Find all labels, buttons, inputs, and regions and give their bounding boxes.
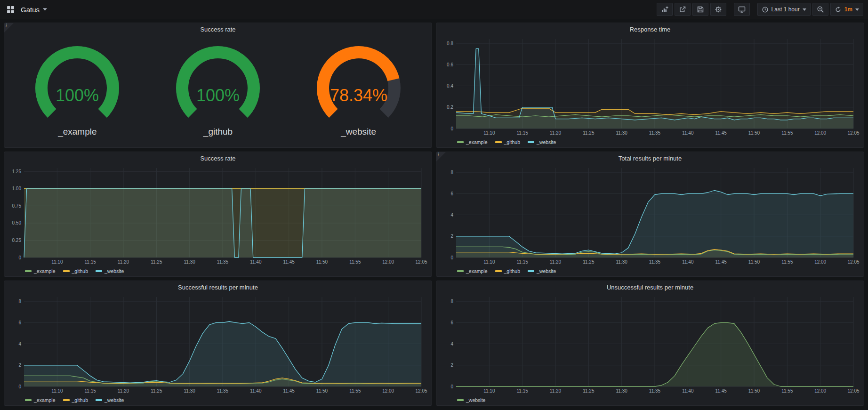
refresh-button[interactable]: 1m	[830, 3, 863, 16]
svg-text:4: 4	[18, 341, 21, 346]
add-panel-button[interactable]	[657, 3, 673, 16]
legend-item[interactable]: _website	[96, 268, 124, 274]
svg-text:11:15: 11:15	[85, 388, 96, 394]
legend-series-swatch	[25, 270, 32, 272]
settings-button[interactable]	[710, 3, 726, 16]
svg-text:11:35: 11:35	[217, 259, 229, 265]
legend-series-swatch	[528, 141, 534, 143]
successful-results-chart[interactable]: 11:1011:1511:2011:2511:3011:3511:4011:45…	[6, 293, 430, 395]
gauge-arc: 100%	[16, 43, 138, 126]
svg-text:0.6: 0.6	[447, 62, 453, 67]
svg-text:100%: 100%	[196, 86, 240, 105]
svg-text:11:35: 11:35	[649, 388, 661, 394]
legend-series-swatch	[528, 270, 534, 272]
svg-text:11:10: 11:10	[51, 259, 63, 265]
legend-item[interactable]: _website	[528, 268, 556, 274]
svg-text:11:55: 11:55	[349, 388, 361, 394]
legend-series-swatch	[63, 270, 70, 272]
legend-item[interactable]: _github	[495, 268, 520, 274]
legend: _example_github_website	[4, 266, 432, 276]
tv-mode-button[interactable]	[734, 3, 750, 16]
time-range-button[interactable]: Last 1 hour	[757, 3, 811, 16]
panel-title[interactable]: Success rate	[4, 152, 432, 164]
svg-text:11:15: 11:15	[517, 388, 529, 394]
dashboard-grid-button[interactable]	[6, 5, 16, 15]
svg-text:0.8: 0.8	[447, 41, 453, 46]
legend-item[interactable]: _website	[457, 397, 485, 403]
svg-text:11:50: 11:50	[748, 130, 760, 136]
legend-series-swatch	[96, 399, 102, 401]
svg-text:11:20: 11:20	[118, 259, 129, 265]
panel-title[interactable]: Success rate	[4, 23, 432, 35]
panel-title[interactable]: Total results per minute	[436, 152, 864, 164]
svg-text:12:05: 12:05	[847, 130, 859, 136]
svg-text:11:20: 11:20	[550, 130, 562, 136]
svg-text:11:35: 11:35	[217, 388, 229, 394]
success-rate-chart[interactable]: 11:1011:1511:2011:2511:3011:3511:4011:45…	[6, 164, 430, 266]
svg-text:2: 2	[450, 362, 453, 368]
svg-text:8: 8	[450, 299, 453, 304]
panel-title[interactable]: Successful results per minute	[4, 281, 432, 293]
zoom-out-button[interactable]	[812, 3, 828, 16]
legend-item[interactable]: _example	[457, 139, 488, 145]
svg-text:2: 2	[450, 233, 453, 239]
share-button[interactable]	[675, 3, 691, 16]
legend-item[interactable]: _example	[25, 397, 56, 403]
dashboard-title-button[interactable]: Gatus	[20, 4, 48, 16]
legend-series-swatch	[25, 399, 32, 401]
svg-text:11:40: 11:40	[250, 259, 262, 265]
gauge-github: 100% _github	[157, 43, 279, 137]
svg-text:11:50: 11:50	[748, 259, 760, 265]
legend-series-name: _github	[72, 397, 88, 403]
save-button[interactable]	[692, 3, 708, 16]
response-time-chart[interactable]: 11:1011:1511:2011:2511:3011:3511:4011:45…	[438, 35, 862, 137]
legend-item[interactable]: _github	[63, 268, 88, 274]
panel-info-icon[interactable]: i	[4, 23, 14, 32]
legend-series-swatch	[96, 270, 102, 272]
legend-series-name: _example	[466, 139, 488, 145]
legend-item[interactable]: _github	[495, 139, 520, 145]
svg-text:12:00: 12:00	[814, 259, 826, 265]
svg-text:11:30: 11:30	[184, 388, 196, 394]
svg-text:8: 8	[18, 299, 21, 304]
svg-text:11:50: 11:50	[316, 388, 328, 394]
refresh-interval-label: 1m	[844, 6, 852, 13]
svg-text:11:25: 11:25	[583, 388, 595, 394]
panel-info-icon[interactable]: i	[436, 152, 446, 161]
zoom-out-icon	[817, 6, 824, 13]
svg-text:11:40: 11:40	[682, 259, 694, 265]
svg-text:11:40: 11:40	[682, 388, 694, 394]
panel-success-rate-series: Success rate 11:1011:1511:2011:2511:3011…	[4, 152, 432, 277]
refresh-icon	[835, 6, 842, 13]
legend-item[interactable]: _example	[25, 268, 56, 274]
svg-text:11:10: 11:10	[51, 388, 63, 394]
gauge-arc: 78.34%	[297, 43, 420, 126]
svg-text:12:00: 12:00	[814, 130, 826, 136]
gauge-arc: 100%	[157, 43, 279, 126]
svg-text:0.50: 0.50	[12, 220, 22, 225]
svg-text:11:55: 11:55	[349, 259, 361, 265]
legend-series-name: _website	[104, 268, 124, 274]
gauge-label: _github	[203, 127, 233, 137]
clock-icon	[762, 6, 769, 13]
svg-text:11:25: 11:25	[583, 130, 595, 136]
legend-item[interactable]: _example	[457, 268, 488, 274]
panel-title[interactable]: Response time	[436, 23, 864, 35]
legend-series-swatch	[457, 141, 464, 143]
svg-text:11:55: 11:55	[781, 130, 793, 136]
svg-text:11:20: 11:20	[550, 259, 562, 265]
svg-text:11:50: 11:50	[316, 259, 328, 265]
svg-text:11:45: 11:45	[715, 130, 727, 136]
total-results-chart[interactable]: 11:1011:1511:2011:2511:3011:3511:4011:45…	[438, 164, 862, 266]
panel-successful-results: Successful results per minute 11:1011:15…	[4, 281, 432, 406]
legend-item[interactable]: _website	[96, 397, 124, 403]
svg-text:11:25: 11:25	[583, 259, 595, 265]
unsuccessful-results-chart[interactable]: 11:1011:1511:2011:2511:3011:3511:4011:45…	[438, 293, 862, 395]
panel-title[interactable]: Unsuccessful results per minute	[436, 281, 864, 293]
legend-series-name: _website	[104, 397, 124, 403]
legend-item[interactable]: _github	[63, 397, 88, 403]
svg-text:0: 0	[450, 255, 453, 260]
svg-text:0: 0	[18, 255, 21, 260]
legend-item[interactable]: _website	[528, 139, 556, 145]
svg-text:11:30: 11:30	[184, 259, 196, 265]
